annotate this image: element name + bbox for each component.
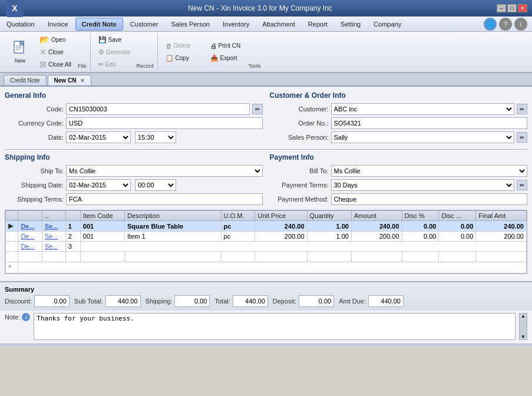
tab-credit-note[interactable]: Credit Note xyxy=(4,75,47,85)
col-disc-amt: Disc ... xyxy=(439,211,476,221)
row-quantity: 1.00 xyxy=(307,232,351,242)
discount-input[interactable] xyxy=(34,295,70,307)
line-items-table: ... Item Code Description U.O.M. Unit Pr… xyxy=(5,210,527,273)
col-item-code: Item Code xyxy=(80,211,124,221)
col-description: Description xyxy=(125,211,222,221)
billto-select[interactable]: Ms Collie xyxy=(331,165,528,177)
paymentterms-row: Payment Terms: 30 Days ✏ xyxy=(270,179,528,191)
row-se-link[interactable]: Se... xyxy=(42,221,65,232)
maximize-button[interactable]: □ xyxy=(507,4,517,12)
time-select[interactable]: 15:30 xyxy=(135,131,176,143)
info-button[interactable]: i xyxy=(514,18,527,31)
title-bar-left: X xyxy=(2,0,24,17)
row-de-link[interactable]: De... xyxy=(18,221,42,232)
globe-button[interactable]: 🌐 xyxy=(484,18,497,31)
amtdue-input[interactable] xyxy=(368,295,404,307)
file-group-label: File xyxy=(78,63,87,70)
row-num: 1 xyxy=(65,221,80,232)
menu-credit-note[interactable]: Credit Note xyxy=(75,18,123,31)
menu-company[interactable]: Company xyxy=(368,18,407,30)
close-window-button[interactable]: ✕ xyxy=(518,4,527,12)
note-scrollbar[interactable]: ▲ ▼ xyxy=(519,313,527,340)
export-button[interactable]: 📤 Export xyxy=(206,52,247,64)
tab-bar: Credit Note New CN ✕ xyxy=(0,73,532,87)
col-num xyxy=(65,211,80,221)
close-button[interactable]: ✕ Close xyxy=(35,46,77,58)
menu-sales-person[interactable]: Sales Person xyxy=(166,18,216,30)
discount-item: Discount: xyxy=(5,295,70,307)
shippingterms-input[interactable] xyxy=(66,193,263,205)
deposit-input[interactable] xyxy=(299,295,334,307)
discount-label: Discount: xyxy=(5,298,32,305)
menu-attachment[interactable]: Attachment xyxy=(256,18,301,30)
shipping-input[interactable] xyxy=(174,295,210,307)
tab-credit-note-label: Credit Note xyxy=(10,77,40,84)
paymentterms-select[interactable]: 30 Days xyxy=(331,179,515,191)
delete-button[interactable]: 🗑 Delete xyxy=(161,40,203,52)
toolbar-file-group: New 📂 Open ✕ Close ⊠ Close All File xyxy=(2,34,91,70)
salesperson-label: Sales Person: xyxy=(270,134,329,141)
copy-button[interactable]: 📋 Copy xyxy=(161,52,203,64)
menu-setting[interactable]: Setting xyxy=(335,18,366,30)
toolbar-record-group: 💾 Save ⚙ Generate ✏ Edit Record xyxy=(91,34,158,70)
new-button[interactable]: New xyxy=(6,37,34,67)
row-num: 2 xyxy=(65,232,80,242)
print-button[interactable]: 🖨 Print CN xyxy=(206,40,247,52)
save-button[interactable]: 💾 Save xyxy=(94,34,136,45)
row-se-link[interactable]: Se... xyxy=(42,232,65,242)
note-section: Note: i Thanks for your business. ▲ ▼ xyxy=(0,311,532,344)
table-row[interactable]: ▶ De... Se... 1 001 Square Blue Table pc… xyxy=(6,221,527,232)
shippingtime-select[interactable]: 00:00 xyxy=(135,179,176,191)
tab-new-cn[interactable]: New CN ✕ xyxy=(48,75,92,85)
table-row[interactable]: De... Se... 2 001 Item 1 pc 200.00 1.00 … xyxy=(6,232,527,242)
tab-new-cn-close[interactable]: ✕ xyxy=(80,78,85,84)
open-button[interactable]: 📂 Open xyxy=(35,34,77,45)
date-select[interactable]: 02-Mar-2015 xyxy=(66,131,131,143)
order-input[interactable] xyxy=(331,117,528,129)
code-edit-icon[interactable]: ✏ xyxy=(252,104,263,114)
summary-header: Summary xyxy=(5,286,527,293)
close-icon: ✕ xyxy=(39,47,47,57)
paymentmethod-input[interactable] xyxy=(331,193,528,205)
note-info-icon[interactable]: i xyxy=(22,313,30,321)
menu-customer[interactable]: Customer xyxy=(124,18,164,30)
paymentterms-label: Payment Terms: xyxy=(270,182,329,189)
note-textarea[interactable]: Thanks for your business. xyxy=(34,313,516,340)
menu-report[interactable]: Report xyxy=(302,18,333,30)
menu-invoice[interactable]: Invoice xyxy=(42,18,74,30)
row-num: 3 xyxy=(65,242,80,252)
help-button[interactable]: ? xyxy=(499,18,512,31)
delete-label: Delete xyxy=(174,42,191,49)
salesperson-edit-icon[interactable]: ✏ xyxy=(517,132,527,143)
col-uom: U.O.M. xyxy=(221,211,255,221)
close-all-button[interactable]: ⊠ Close All xyxy=(35,58,77,70)
edit-button[interactable]: ✏ Edit xyxy=(94,58,136,70)
salesperson-select[interactable]: Sally xyxy=(331,131,515,143)
menu-quotation[interactable]: Quotation xyxy=(1,18,41,30)
generate-button[interactable]: ⚙ Generate xyxy=(94,46,136,58)
col-final-amt: Final Amt xyxy=(476,211,527,221)
billto-row: Bill To: Ms Collie xyxy=(270,165,528,177)
row-final-amt: 240.00 xyxy=(476,221,527,232)
currency-input[interactable] xyxy=(66,117,263,129)
table-new-row[interactable]: * xyxy=(6,262,527,273)
subtotal-input[interactable] xyxy=(105,295,141,307)
total-input[interactable] xyxy=(233,295,268,307)
minimize-button[interactable]: – xyxy=(497,4,506,12)
paymentterms-edit-icon[interactable]: ✏ xyxy=(517,180,527,190)
shippingterms-row: Shipping Terms: xyxy=(5,193,263,205)
row-se-link[interactable]: Se... xyxy=(42,242,65,252)
total-item: Total: xyxy=(214,295,267,307)
row-de-link[interactable]: De... xyxy=(18,242,42,252)
shippingdate-select[interactable]: 02-Mar-2015 xyxy=(66,179,131,191)
customer-select[interactable]: ABC inc xyxy=(331,103,515,115)
code-input[interactable] xyxy=(66,103,250,115)
line-items-table-container: ... Item Code Description U.O.M. Unit Pr… xyxy=(5,210,527,274)
row-de-link[interactable]: De... xyxy=(18,232,42,242)
table-row[interactable]: De... Se... 3 xyxy=(6,242,527,252)
customer-edit-icon[interactable]: ✏ xyxy=(517,104,527,114)
shipping-info-section: Shipping Info Ship To: Ms Collie Shippin… xyxy=(5,153,263,207)
shipto-select[interactable]: Ms Collie xyxy=(66,165,263,177)
copy-icon: 📋 xyxy=(166,54,174,62)
menu-inventory[interactable]: Inventory xyxy=(217,18,255,30)
